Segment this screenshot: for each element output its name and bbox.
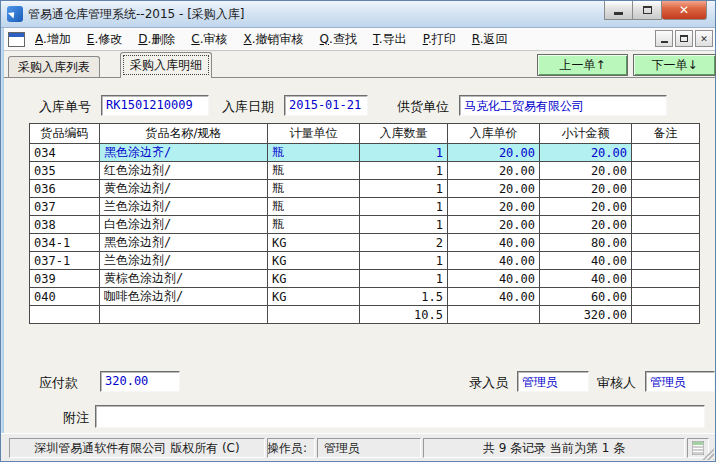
- cell[interactable]: 黄色涂边剂/: [100, 180, 268, 198]
- tab-purchase-inbound-list[interactable]: 采购入库列表: [8, 56, 100, 78]
- menu-item-R[interactable]: R.返回: [472, 31, 508, 48]
- entry-by-field[interactable]: 管理员: [517, 371, 589, 392]
- mdi-restore-button[interactable]: [675, 30, 693, 47]
- cell[interactable]: 40.00: [448, 252, 540, 270]
- cell[interactable]: 037: [30, 198, 100, 216]
- minimize-button[interactable]: [604, 1, 633, 20]
- menu-item-T[interactable]: T.导出: [373, 31, 407, 48]
- table-row: 037兰色涂边剂/瓶120.0020.00: [30, 198, 700, 216]
- menu-item-E[interactable]: E.修改: [87, 31, 122, 48]
- totals-cell: 320.00: [540, 306, 632, 324]
- tab-label: 采购入库列表: [18, 60, 90, 74]
- cell[interactable]: 1: [360, 198, 448, 216]
- cell[interactable]: KG: [268, 234, 360, 252]
- close-button[interactable]: ✕: [662, 1, 707, 20]
- cell[interactable]: 瓶: [268, 162, 360, 180]
- cell[interactable]: KG: [268, 252, 360, 270]
- cell[interactable]: [632, 216, 700, 234]
- menu-item-C[interactable]: C.审核: [191, 31, 227, 48]
- cell[interactable]: 20.00: [448, 180, 540, 198]
- cell[interactable]: 40.00: [540, 270, 632, 288]
- tab-purchase-inbound-detail[interactable]: 采购入库明细: [120, 52, 212, 78]
- cell[interactable]: 瓶: [268, 180, 360, 198]
- form-icon[interactable]: [8, 32, 25, 47]
- cell[interactable]: 20.00: [448, 198, 540, 216]
- cell[interactable]: 039: [30, 270, 100, 288]
- menu-item-P[interactable]: P.打印: [423, 31, 456, 48]
- cell[interactable]: 黑色涂边齐/: [100, 144, 268, 162]
- note-field[interactable]: [95, 405, 705, 428]
- cell[interactable]: 1: [360, 270, 448, 288]
- cell[interactable]: 20.00: [448, 144, 540, 162]
- cell[interactable]: 20.00: [540, 198, 632, 216]
- cell[interactable]: 40.00: [448, 234, 540, 252]
- prev-order-button[interactable]: 上一单↑: [537, 54, 628, 76]
- cell[interactable]: 036: [30, 180, 100, 198]
- cell[interactable]: 60.00: [540, 288, 632, 306]
- menu-item-Q[interactable]: Q.查找: [320, 31, 357, 48]
- cell[interactable]: 034: [30, 144, 100, 162]
- cell[interactable]: 034-1: [30, 234, 100, 252]
- totals-cell: [448, 306, 540, 324]
- cell[interactable]: 038: [30, 216, 100, 234]
- cell[interactable]: 黄棕色涂边剂/: [100, 270, 268, 288]
- cell[interactable]: [632, 198, 700, 216]
- cell[interactable]: 1: [360, 252, 448, 270]
- menu-item-A[interactable]: A.增加: [35, 31, 71, 48]
- cell[interactable]: 瓶: [268, 198, 360, 216]
- payable-field[interactable]: 320.00: [100, 371, 180, 392]
- cell[interactable]: 兰色涂边剂/: [100, 252, 268, 270]
- cell[interactable]: 2: [360, 234, 448, 252]
- cell[interactable]: 20.00: [540, 180, 632, 198]
- mdi-minimize-button[interactable]: [655, 30, 673, 47]
- cell[interactable]: [632, 162, 700, 180]
- cell[interactable]: KG: [268, 270, 360, 288]
- cell[interactable]: [632, 288, 700, 306]
- cell[interactable]: [632, 234, 700, 252]
- cell[interactable]: 40.00: [540, 252, 632, 270]
- cell[interactable]: 瓶: [268, 144, 360, 162]
- cell[interactable]: 红色涂边剂/: [100, 162, 268, 180]
- cell[interactable]: 40.00: [448, 288, 540, 306]
- cell[interactable]: 035: [30, 162, 100, 180]
- cell[interactable]: 037-1: [30, 252, 100, 270]
- cell[interactable]: [632, 270, 700, 288]
- entry-by-label: 录入员: [469, 374, 508, 392]
- cell[interactable]: 黑色涂边剂/: [100, 234, 268, 252]
- cell[interactable]: 瓶: [268, 216, 360, 234]
- cell[interactable]: [632, 180, 700, 198]
- cell[interactable]: 80.00: [540, 234, 632, 252]
- cell[interactable]: 20.00: [448, 162, 540, 180]
- menu-item-X[interactable]: X.撤销审核: [244, 31, 304, 48]
- mdi-close-button[interactable]: ✕: [695, 30, 713, 47]
- cell[interactable]: 1: [360, 162, 448, 180]
- cell[interactable]: [632, 144, 700, 162]
- auditor-field[interactable]: 管理员: [645, 371, 715, 392]
- app-icon[interactable]: [7, 6, 23, 22]
- next-order-button[interactable]: 下一单↓: [633, 54, 716, 76]
- table-row: 039黄棕色涂边剂/KG140.0040.00: [30, 270, 700, 288]
- date-field[interactable]: 2015-01-21: [284, 95, 368, 116]
- maximize-button[interactable]: [633, 1, 662, 20]
- cell[interactable]: 20.00: [540, 216, 632, 234]
- cell[interactable]: 20.00: [540, 162, 632, 180]
- cell[interactable]: 20.00: [540, 144, 632, 162]
- cell[interactable]: 1: [360, 216, 448, 234]
- cell[interactable]: 白色涂边剂/: [100, 216, 268, 234]
- supplier-field[interactable]: 马克化工贸易有限公司: [459, 95, 667, 116]
- cell[interactable]: 40.00: [448, 270, 540, 288]
- cell[interactable]: 040: [30, 288, 100, 306]
- cell[interactable]: KG: [268, 288, 360, 306]
- cell[interactable]: 1.5: [360, 288, 448, 306]
- cell[interactable]: 20.00: [448, 216, 540, 234]
- menu-item-D[interactable]: D.删除: [138, 31, 175, 48]
- auditor-label: 审核人: [597, 374, 636, 392]
- window-title: 管易通仓库管理系统--2015 - [采购入库]: [28, 6, 245, 23]
- cell[interactable]: 咖啡色涂边剂/: [100, 288, 268, 306]
- cell[interactable]: 1: [360, 180, 448, 198]
- cell[interactable]: [632, 252, 700, 270]
- title-bar[interactable]: 管易通仓库管理系统--2015 - [采购入库] ✕: [1, 1, 715, 28]
- cell[interactable]: 1: [360, 144, 448, 162]
- cell[interactable]: 兰色涂边剂/: [100, 198, 268, 216]
- order-no-field[interactable]: RK1501210009: [101, 95, 209, 116]
